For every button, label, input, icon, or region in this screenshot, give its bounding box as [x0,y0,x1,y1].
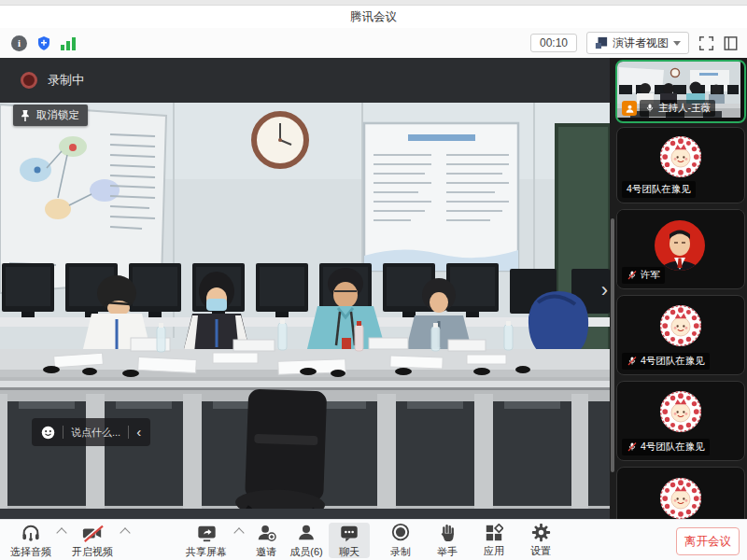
chat-button[interactable]: 聊天 [329,523,370,558]
headset-icon [21,523,41,543]
team-logo [659,135,702,182]
unpin-label: 取消锁定 [36,108,79,122]
settings-icon [531,523,551,542]
pin-icon [20,109,31,122]
settings-button[interactable]: 设置 [519,523,562,558]
share-screen-button[interactable]: 共享屏幕 [179,523,233,558]
participant-name: 主持人-王薇 [658,102,711,115]
participant-name: 4号团队在豫见 [641,441,705,454]
participant-tile-host[interactable]: 主持人-王薇 [615,60,746,123]
select-audio-button[interactable]: 选择音频 [6,523,56,558]
raise-hand-button[interactable]: 举手 [426,523,469,558]
team-logo [659,304,702,351]
tencent-meeting-window: 腾讯会议 i 00:10 演讲者视图 [0,0,747,560]
participant-tile[interactable]: 4号团队在豫见 [616,381,745,461]
fullscreen-icon[interactable] [698,35,714,51]
side-panel-icon[interactable] [724,35,738,51]
recording-label: 录制中 [48,72,84,89]
participant-tile[interactable]: 许军 [616,209,745,289]
mic-muted-icon [627,441,638,453]
team-logo [659,390,702,437]
mic-muted-icon [627,270,638,281]
record-button[interactable]: 录制 [379,523,422,558]
recording-dot-icon [21,72,37,89]
view-mode-label: 演讲者视图 [613,35,669,51]
participant-tile[interactable]: 4号团队在豫见 [616,127,745,203]
share-screen-icon [196,523,218,543]
video-options-caret[interactable] [120,527,130,538]
raise-hand-icon [438,523,457,543]
participant-tile[interactable]: 4号团队在豫见 [616,295,745,375]
classroom-video-frame [0,58,610,519]
apps-button[interactable]: 应用 [472,523,515,558]
camera-off-icon [81,523,104,543]
audio-options-caret[interactable] [56,527,66,538]
chat-input-placeholder[interactable]: 说点什么... [71,426,120,440]
sidebar-collapse-chevron[interactable]: › [601,280,608,301]
participants-sidebar: 主持人-王薇 4号团队在豫见 [610,58,747,519]
apps-icon [485,524,503,542]
leave-meeting-button[interactable]: 离开会议 [676,527,740,555]
chat-icon [339,523,359,543]
participant-name: 4号团队在豫见 [627,183,691,196]
info-icon[interactable]: i [11,35,27,51]
chevron-left-icon[interactable]: ‹ [136,425,141,439]
mic-on-icon [644,103,655,114]
layout-icon [595,36,608,49]
participant-name: 4号团队在豫见 [641,355,705,368]
title-bar: 腾讯会议 [0,6,747,28]
team-logo [659,477,702,519]
divider [63,426,63,439]
emoji-icon[interactable] [41,426,55,440]
bottom-toolbar: 选择音频 开启视频 共享屏幕 [0,519,747,560]
participant-name: 许军 [641,269,660,282]
members-icon [296,523,317,543]
participant-tile[interactable] [616,467,745,519]
video-letterbox [0,509,610,519]
main-video[interactable]: 录制中 取消锁定 说点什么... ‹ › [0,58,610,519]
unpin-button[interactable]: 取消锁定 [13,105,88,126]
host-avatar-badge [622,101,637,116]
view-mode-button[interactable]: 演讲者视图 [586,32,689,54]
top-toolbar: i 00:10 演讲者视图 [0,28,747,59]
quick-chat-bar[interactable]: 说点什么... ‹ [32,418,150,446]
sidebar-scrollbar[interactable] [611,218,614,472]
window-title: 腾讯会议 [350,9,397,25]
invite-icon [256,523,276,543]
record-icon [390,523,411,543]
divider [128,426,129,439]
members-button[interactable]: 成员(6) [282,523,331,558]
chevron-down-icon [673,41,681,46]
share-options-caret[interactable] [233,527,244,538]
start-video-button[interactable]: 开启视频 [67,523,118,558]
meeting-timer: 00:10 [530,34,577,52]
recording-banner: 录制中 [0,58,610,103]
mic-muted-icon [627,356,638,367]
security-shield-icon[interactable] [35,35,52,52]
network-signal-icon[interactable] [61,36,76,50]
